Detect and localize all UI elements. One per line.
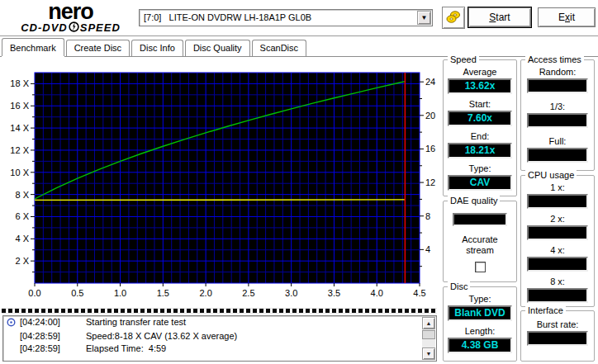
log-box: [04:24:00] Starting transfer rate test [… — [2, 315, 437, 362]
one-third-access-display — [527, 113, 588, 128]
scroll-up-icon[interactable]: ▲ — [422, 317, 435, 329]
log-message: Starting transfer rate test — [71, 316, 186, 330]
full-access-display — [527, 148, 588, 163]
cpu-usage-group: CPU usage 1 x: 2 x: 4 x: 8 x: — [520, 175, 595, 307]
dae-quality-display — [453, 213, 507, 226]
svg-text:8 X: 8 X — [15, 190, 29, 200]
log-entry: [04:28:59] Elapsed Time: 4:59 — [3, 343, 436, 355]
scrollbar-thumb[interactable] — [422, 330, 435, 339]
disc-length-label: Length: — [444, 326, 516, 337]
start-button[interactable]: Start — [468, 7, 531, 27]
disc-group: Disc Type: Blank DVD Length: 4.38 GB — [443, 286, 517, 362]
disc-length-display: 4.38 GB — [448, 338, 512, 353]
accurate-stream-label: stream — [444, 245, 516, 256]
progress-strip — [2, 308, 437, 314]
end-label: End: — [444, 131, 516, 142]
one-third-access-label: 1/3: — [521, 102, 594, 112]
burst-rate-label: Burst rate: — [521, 319, 594, 330]
access-times-group: Access times Random: 1/3: Full: — [520, 59, 595, 171]
svg-text:24: 24 — [425, 77, 435, 87]
svg-text:10 X: 10 X — [10, 168, 29, 177]
svg-text:16 X: 16 X — [10, 101, 29, 111]
cpu-4x-display — [527, 257, 588, 272]
disc-bolt-icon — [69, 21, 79, 35]
log-timestamp: [04:28:59] — [20, 343, 71, 355]
svg-text:3.0: 3.0 — [285, 288, 297, 298]
app-logo: nero CD-DVD SPEED — [7, 2, 135, 35]
svg-text:3.5: 3.5 — [328, 288, 340, 298]
tab-scandisc[interactable]: ScanDisc — [252, 40, 306, 56]
logo-speed: SPEED — [80, 22, 121, 34]
speed-type-display: CAV — [448, 175, 512, 191]
average-speed-display: 13.62x — [448, 78, 512, 94]
exit-button[interactable]: Exit — [538, 7, 596, 27]
random-access-display — [527, 78, 588, 93]
toolbar: nero CD-DVD SPEED [7:0] LITE-ON DVDRW LH… — [0, 0, 598, 36]
average-label: Average — [444, 67, 516, 78]
speed-group: Speed Average 13.62x Start: 7.60x End: 1… — [443, 59, 517, 196]
svg-text:4: 4 — [425, 244, 430, 254]
drive-selector-value: [7:0] LITE-ON DVDRW LH-18A1P GL0B — [140, 10, 416, 26]
cpu-1x-display — [527, 194, 588, 209]
disc-type-display: Blank DVD — [448, 305, 512, 321]
tab-disc-quality[interactable]: Disc Quality — [185, 40, 250, 56]
cpu-2x-display — [527, 225, 588, 240]
discs-icon — [446, 10, 461, 26]
log-timestamp: [04:28:59] — [20, 330, 71, 343]
log-entry: [04:24:00] Starting transfer rate test — [3, 316, 436, 330]
svg-text:4.0: 4.0 — [371, 288, 383, 298]
chevron-down-icon[interactable]: ▼ — [417, 11, 431, 25]
start-label: Start: — [444, 99, 516, 110]
svg-text:2.5: 2.5 — [242, 288, 254, 298]
svg-text:1.0: 1.0 — [114, 288, 126, 298]
eject-disc-button[interactable] — [442, 7, 465, 29]
log-scrollbar[interactable]: ▲ ▼ — [422, 317, 435, 360]
log-message: Speed:8-18 X CAV (13.62 X average) — [71, 330, 237, 343]
svg-text:16: 16 — [425, 144, 435, 154]
interface-group: Interface Burst rate: — [520, 310, 595, 362]
svg-text:18 X: 18 X — [10, 78, 29, 88]
svg-text:1.5: 1.5 — [157, 288, 169, 298]
svg-text:12 X: 12 X — [10, 145, 29, 155]
start-speed-display: 7.60x — [448, 111, 512, 126]
tab-bar: Benchmark Create Disc Disc Info Disc Qua… — [2, 38, 308, 56]
group-title: CPU usage — [525, 170, 577, 180]
full-access-label: Full: — [521, 136, 594, 147]
svg-text:0.0: 0.0 — [28, 288, 40, 298]
scroll-down-icon[interactable]: ▼ — [422, 347, 435, 360]
svg-text:12: 12 — [425, 177, 435, 187]
group-title: Speed — [448, 54, 479, 64]
tab-create-disc[interactable]: Create Disc — [66, 40, 130, 56]
accurate-stream-checkbox[interactable] — [475, 262, 486, 272]
group-title: Interface — [525, 305, 566, 315]
end-speed-display: 18.21x — [448, 143, 512, 158]
svg-text:2 X: 2 X — [15, 256, 29, 266]
svg-text:8: 8 — [425, 211, 430, 221]
svg-text:4 X: 4 X — [15, 234, 29, 243]
svg-text:0.5: 0.5 — [71, 288, 83, 298]
dae-quality-group: DAE quality Accurate stream — [443, 201, 517, 282]
logo-nero: nero — [7, 2, 135, 21]
tab-disc-info[interactable]: Disc Info — [131, 40, 183, 56]
svg-text:4.5: 4.5 — [413, 288, 425, 298]
cpu-8x-label: 8 x: — [521, 277, 594, 287]
type-label: Type: — [444, 163, 516, 174]
svg-text:14 X: 14 X — [10, 123, 29, 133]
tab-benchmark[interactable]: Benchmark — [2, 38, 64, 56]
group-title: Disc — [448, 281, 470, 291]
group-title: DAE quality — [448, 196, 500, 206]
log-timestamp: [04:24:00] — [20, 316, 71, 330]
accurate-stream-label: Accurate — [444, 234, 516, 245]
svg-text:20: 20 — [425, 111, 435, 121]
drive-selector[interactable]: [7:0] LITE-ON DVDRW LH-18A1P GL0B ▼ — [139, 9, 433, 26]
log-info-icon — [7, 316, 20, 330]
logo-cd-dvd: CD-DVD — [21, 22, 68, 34]
burst-rate-display — [527, 331, 588, 346]
cpu-2x-label: 2 x: — [521, 214, 594, 225]
svg-text:2.0: 2.0 — [199, 288, 211, 298]
app-window: nero CD-DVD SPEED [7:0] LITE-ON DVDRW LH… — [0, 0, 598, 364]
log-entry: [04:28:59] Speed:8-18 X CAV (13.62 X ave… — [3, 330, 436, 343]
svg-text:6 X: 6 X — [15, 211, 29, 221]
disc-type-label: Type: — [444, 294, 516, 305]
log-message: Elapsed Time: 4:59 — [71, 343, 166, 355]
